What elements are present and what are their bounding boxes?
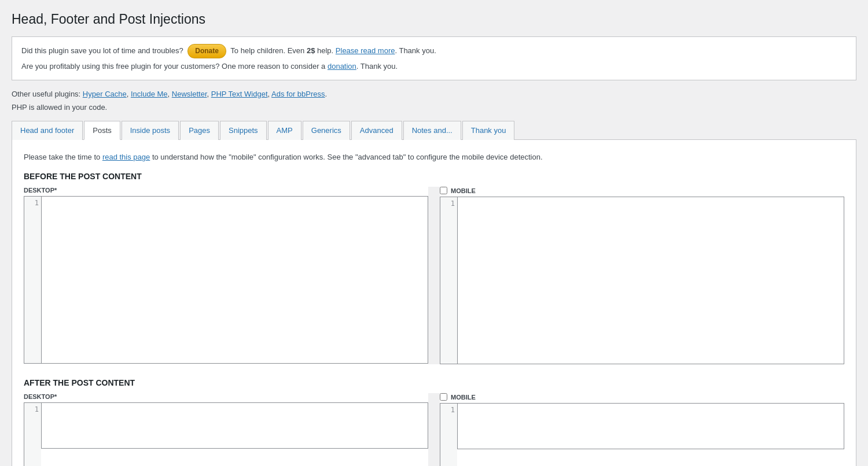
- tab-advanced[interactable]: Advanced: [351, 121, 402, 140]
- php-note: PHP is allowed in your code.: [12, 103, 856, 112]
- after-mobile-editor-wrapper: 1: [440, 403, 844, 466]
- before-mobile-label: MOBILE: [440, 187, 844, 194]
- donation-link[interactable]: donation: [328, 62, 356, 71]
- after-desktop-label: DESKTOP*: [24, 393, 428, 400]
- after-desktop-editor-wrapper: 1: [24, 402, 428, 466]
- before-post-title: BEFORE THE POST CONTENT: [24, 172, 844, 181]
- before-desktop-textarea[interactable]: [41, 196, 428, 364]
- other-plugins-line: Other useful plugins: Hyper Cache, Inclu…: [12, 90, 856, 98]
- tab-inside-posts[interactable]: Inside posts: [122, 121, 179, 140]
- after-desktop-textarea[interactable]: [41, 402, 428, 449]
- before-mobile-editor-wrapper: 1: [440, 197, 844, 364]
- notice-line2: Are you profitably using this free plugi…: [21, 61, 847, 73]
- before-desktop-col: DESKTOP* 1: [24, 187, 428, 364]
- tab-snippets[interactable]: Snippets: [220, 121, 267, 140]
- before-mobile-checkbox[interactable]: [440, 187, 447, 194]
- after-mobile-col: MOBILE 1: [440, 393, 844, 466]
- newsletter-link[interactable]: Newsletter: [172, 90, 207, 98]
- before-post-content-section: BEFORE THE POST CONTENT DESKTOP* 1 MOBIL…: [24, 172, 844, 364]
- donate-button[interactable]: Donate: [187, 44, 226, 58]
- include-me-link[interactable]: Include Me: [131, 90, 168, 98]
- before-mobile-col: MOBILE 1: [440, 187, 844, 364]
- before-mobile-textarea[interactable]: [457, 197, 844, 364]
- notice-line1: Did this plugin save you lot of time and…: [21, 44, 847, 58]
- tab-head-footer[interactable]: Head and footer: [12, 121, 83, 140]
- after-post-content-section: AFTER THE POST CONTENT DESKTOP* 1 MOBILE…: [24, 378, 844, 466]
- before-desktop-label: DESKTOP*: [24, 187, 428, 194]
- after-post-title: AFTER THE POST CONTENT: [24, 378, 844, 387]
- tabs-nav: Head and footer Posts Inside posts Pages…: [12, 121, 856, 140]
- divider1: [428, 187, 440, 364]
- tab-generics[interactable]: Generics: [303, 121, 350, 140]
- after-desktop-col: DESKTOP* 1: [24, 393, 428, 466]
- content-panel: Please take the time to read this page t…: [12, 140, 856, 466]
- page-title: Head, Footer and Post Injections: [12, 12, 856, 27]
- hyper-cache-link[interactable]: Hyper Cache: [83, 90, 127, 98]
- before-desktop-editor-wrapper: 1: [24, 196, 428, 364]
- read-this-page-link[interactable]: read this page: [102, 153, 150, 161]
- please-read-more-link[interactable]: Please read more: [336, 46, 395, 55]
- tab-posts[interactable]: Posts: [84, 121, 120, 140]
- after-mobile-label: MOBILE: [440, 393, 844, 401]
- notice-box: Did this plugin save you lot of time and…: [12, 36, 856, 80]
- php-text-widget-link[interactable]: PHP Text Widget: [211, 90, 268, 98]
- after-mobile-line-numbers: 1: [440, 403, 457, 466]
- after-mobile-textarea[interactable]: [457, 403, 844, 449]
- divider2: [428, 393, 440, 466]
- tab-amp[interactable]: AMP: [268, 121, 301, 140]
- info-text: Please take the time to read this page t…: [24, 151, 844, 163]
- after-desktop-line-numbers: 1: [24, 402, 41, 466]
- tab-pages[interactable]: Pages: [180, 121, 219, 140]
- ads-for-bbpress-link[interactable]: Ads for bbPress: [271, 90, 325, 98]
- tab-notes[interactable]: Notes and...: [403, 121, 461, 140]
- before-mobile-line-numbers: 1: [440, 197, 457, 364]
- after-mobile-checkbox[interactable]: [440, 393, 447, 401]
- before-desktop-line-numbers: 1: [24, 196, 41, 364]
- tab-thank-you[interactable]: Thank you: [462, 121, 515, 140]
- before-post-fields-row: DESKTOP* 1 MOBILE 1: [24, 187, 844, 364]
- after-post-fields-row: DESKTOP* 1 MOBILE 1: [24, 393, 844, 466]
